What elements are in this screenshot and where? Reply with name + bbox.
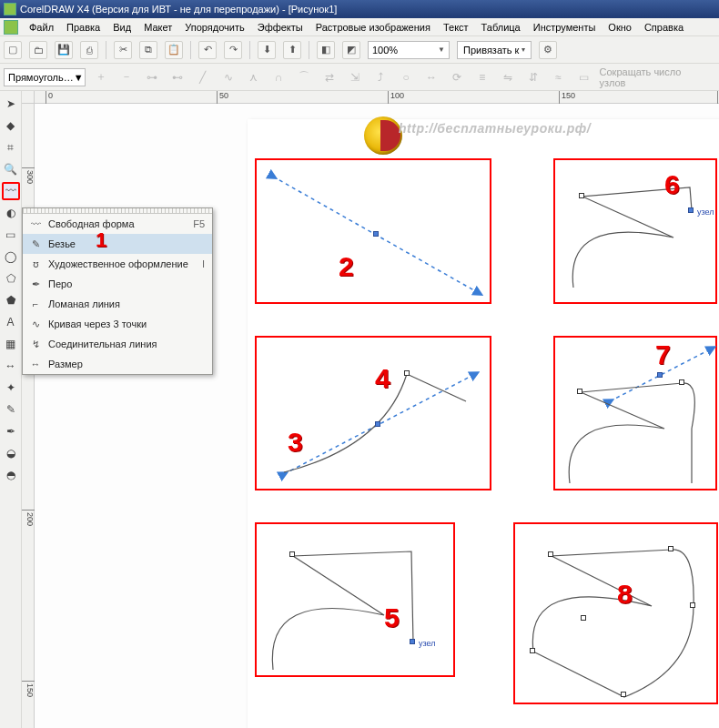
flyout-3pt-curve[interactable]: ∿ Кривая через 3 точки xyxy=(23,314,212,334)
artistic-icon: ʊ xyxy=(26,258,45,270)
smart-fill-tool[interactable]: ◐ xyxy=(2,204,20,222)
node-label: узел xyxy=(419,639,435,648)
extract-icon[interactable]: ⤴ xyxy=(370,68,390,86)
flyout-bezier[interactable]: ✎ Безье xyxy=(23,234,212,254)
options-button[interactable]: ⚙ xyxy=(539,41,557,59)
menu-arrange[interactable]: Упорядочить xyxy=(179,20,249,35)
menu-bitmaps[interactable]: Растровые изображения xyxy=(310,20,436,35)
flyout-connector[interactable]: ↯ Соединительная линия xyxy=(23,334,212,354)
connector-icon: ↯ xyxy=(26,339,45,350)
menu-view[interactable]: Вид xyxy=(107,20,137,35)
save-button[interactable]: 💾 xyxy=(55,41,73,59)
zoom-tool[interactable]: 🔍 xyxy=(2,160,20,178)
dropdown-icon: ▼ xyxy=(74,72,84,83)
menu-file[interactable]: Файл xyxy=(24,20,59,35)
dimension-icon: ↔ xyxy=(26,359,45,369)
outline-tool[interactable]: ✒ xyxy=(2,422,20,440)
import-button[interactable]: ⬇ xyxy=(258,41,276,59)
bezier-node xyxy=(657,372,663,378)
cut-button[interactable]: ✂ xyxy=(114,41,132,59)
hmirror-icon[interactable]: ⇋ xyxy=(498,68,518,86)
flyout-pen[interactable]: ✒ Перо xyxy=(23,274,212,294)
node-join-icon[interactable]: ⊶ xyxy=(142,68,162,86)
flyout-shortcut: F5 xyxy=(193,218,208,229)
polygon-tool[interactable]: ⬠ xyxy=(2,269,20,288)
align-icon[interactable]: ≡ xyxy=(472,68,492,86)
interactive-tool[interactable]: ✦ xyxy=(2,379,20,397)
stretch-icon[interactable]: ↔ xyxy=(421,68,441,86)
redo-button[interactable]: ↷ xyxy=(224,41,242,59)
example-panel-6: узел 6 xyxy=(553,158,717,304)
open-button[interactable]: 🗀 xyxy=(29,41,47,59)
example-panel-8: 8 xyxy=(513,522,718,704)
flyout-artistic[interactable]: ʊ Художественное оформление I xyxy=(23,254,212,274)
eyedropper-tool[interactable]: ✎ xyxy=(2,400,20,419)
elastic-icon[interactable]: ≈ xyxy=(549,68,569,86)
menu-text[interactable]: Текст xyxy=(438,20,474,35)
select-all-icon[interactable]: ▭ xyxy=(574,68,594,86)
snap-dropdown[interactable]: Привязать к ▾ xyxy=(457,41,532,59)
launch-button[interactable]: ◧ xyxy=(317,41,335,59)
to-curve-icon[interactable]: ∿ xyxy=(218,68,238,86)
ruler-vertical[interactable]: 300 250 200 150 xyxy=(22,104,35,728)
node-add-icon[interactable]: ＋ xyxy=(91,68,111,86)
ruler-tick: 50 xyxy=(217,91,228,104)
curve-graphic xyxy=(515,524,719,706)
symm-icon[interactable]: ⌒ xyxy=(294,68,314,86)
property-bar: Прямоуголь… ▼ ＋ － ⊶ ⊷ ╱ ∿ ⋏ ∩ ⌒ ⇄ ⇲ ⤴ ○ … xyxy=(0,64,719,91)
welcome-button[interactable]: ◩ xyxy=(342,41,360,59)
menu-table[interactable]: Таблица xyxy=(476,20,526,35)
shape-tool[interactable]: ◆ xyxy=(2,116,20,135)
table-tool[interactable]: ▦ xyxy=(2,335,20,353)
rotate-icon[interactable]: ⟳ xyxy=(447,68,467,86)
curve-node xyxy=(577,389,582,394)
pick-tool[interactable]: ➤ xyxy=(2,95,20,113)
ruler-horizontal[interactable]: 0 50 100 150 200 xyxy=(35,91,719,104)
toolbox: ➤ ◆ ⌗ 🔍 〰 ◐ ▭ ◯ ⬠ ⬟ A ▦ ↔ ✦ ✎ ✒ ◒ ◓ xyxy=(0,91,22,728)
menu-window[interactable]: Окно xyxy=(603,20,637,35)
flyout-freehand[interactable]: 〰 Свободная форма F5 xyxy=(23,214,212,234)
example-panel-2: 2 xyxy=(255,158,491,304)
crop-tool[interactable]: ⌗ xyxy=(2,138,20,157)
interactive-fill-tool[interactable]: ◓ xyxy=(2,466,20,484)
bezier-icon: ✎ xyxy=(26,238,45,250)
flyout-dimension[interactable]: ↔ Размер xyxy=(23,354,212,374)
menu-help[interactable]: Справка xyxy=(639,20,689,35)
menu-effects[interactable]: Эффекты xyxy=(252,20,309,35)
workspace: ➤ ◆ ⌗ 🔍 〰 ◐ ▭ ◯ ⬠ ⬟ A ▦ ↔ ✦ ✎ ✒ ◒ ◓ 0 50… xyxy=(0,91,719,728)
node-break-icon[interactable]: ⊷ xyxy=(167,68,187,86)
zoom-level[interactable]: 100% ▼ xyxy=(368,41,450,59)
example-panel-3-4: 3 4 xyxy=(255,336,491,490)
dimension-tool[interactable]: ↔ xyxy=(2,357,20,375)
node-delete-icon[interactable]: － xyxy=(116,68,137,86)
menu-layout[interactable]: Макет xyxy=(138,20,177,35)
undo-button[interactable]: ↶ xyxy=(198,41,217,59)
separator xyxy=(190,41,191,59)
shape-preset[interactable]: Прямоуголь… ▼ xyxy=(4,68,86,86)
ellipse-tool[interactable]: ◯ xyxy=(2,248,20,266)
reverse-icon[interactable]: ⇄ xyxy=(319,68,339,86)
rectangle-tool[interactable]: ▭ xyxy=(2,226,20,244)
export-button[interactable]: ⬆ xyxy=(283,41,301,59)
paste-button[interactable]: 📋 xyxy=(165,41,183,59)
flyout-polyline[interactable]: ⌐ Ломаная линия xyxy=(23,294,212,314)
text-tool[interactable]: A xyxy=(2,313,20,331)
new-button[interactable]: ▢ xyxy=(4,41,22,59)
menu-tools[interactable]: Инструменты xyxy=(528,20,602,35)
curve-tools-flyout[interactable]: 〰 xyxy=(2,182,20,200)
extend-icon[interactable]: ⇲ xyxy=(345,68,365,86)
flyout-item-label: Перо xyxy=(45,278,208,289)
autoclose-icon[interactable]: ○ xyxy=(396,68,416,86)
print-button[interactable]: ⎙ xyxy=(80,41,98,59)
menu-edit[interactable]: Правка xyxy=(61,20,106,35)
copy-button[interactable]: ⧉ xyxy=(139,41,157,59)
smooth-icon[interactable]: ∩ xyxy=(268,68,289,86)
vmirror-icon[interactable]: ⇵ xyxy=(523,68,543,86)
to-line-icon[interactable]: ╱ xyxy=(193,68,213,86)
ruler-origin[interactable] xyxy=(22,91,35,104)
cusp-icon[interactable]: ⋏ xyxy=(244,68,264,86)
basic-shapes-tool[interactable]: ⬟ xyxy=(2,291,20,309)
curve-node xyxy=(530,648,535,653)
drawing-canvas[interactable]: http://бесплатныеуроки.рф/ 2 узел 6 xyxy=(35,104,719,728)
fill-tool[interactable]: ◒ xyxy=(2,444,20,462)
